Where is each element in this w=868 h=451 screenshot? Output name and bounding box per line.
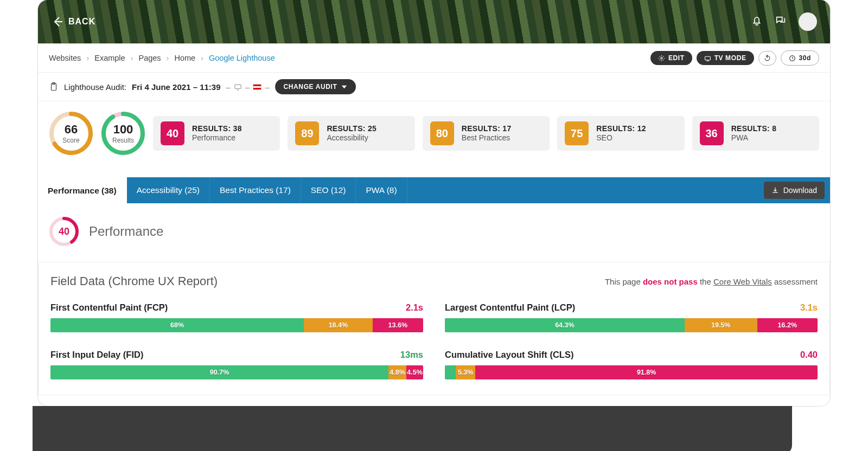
category-results: RESULTS: 38 (192, 124, 242, 134)
perf-score-value: 40 (49, 216, 79, 247)
period-button[interactable]: 30d (781, 50, 819, 66)
metric-value: 13ms (400, 350, 423, 360)
change-audit-button[interactable]: CHANGE AUDIT (275, 79, 356, 94)
bar-segment: 16.2% (757, 318, 818, 332)
crumb-lighthouse[interactable]: Google Lighthouse (209, 54, 275, 62)
category-name: SEO (596, 133, 646, 143)
bar-segment: 90.7% (50, 365, 388, 379)
distribution-bar: 68%18.4%13.6% (50, 318, 423, 332)
clock-icon (789, 55, 796, 62)
bar-segment: 4.5% (406, 365, 423, 379)
tabs-container: Performance (38)Accessibility (25)Best P… (38, 177, 830, 395)
tv-icon (704, 55, 711, 62)
distribution-bar: 64.3%19.5%16.2% (445, 318, 818, 332)
field-data-section: Field Data (Chrome UX Report) This page … (38, 262, 830, 395)
bar-segment: 13.6% (373, 318, 423, 332)
audit-date: Fri 4 June 2021 – 11:39 (132, 82, 220, 92)
chat-button[interactable] (775, 15, 787, 29)
decorative-shadow (33, 406, 792, 451)
category-cards: 40 RESULTS: 38 Performance 89 RESULTS: 2… (153, 116, 819, 151)
category-card[interactable]: 89 RESULTS: 25 Accessibility (288, 116, 414, 151)
perf-score-ring: 40 (49, 216, 79, 247)
tab[interactable]: PWA (8) (356, 177, 407, 203)
hero-actions (751, 12, 817, 31)
category-card[interactable]: 36 RESULTS: 8 PWA (692, 116, 819, 151)
breadcrumb: Websites› Example› Pages› Home› Google L… (49, 54, 275, 62)
score-label: Score (62, 137, 79, 144)
distribution-bar: 5.3%91.8% (445, 365, 818, 379)
bar-segment: 91.8% (475, 365, 818, 379)
bell-button[interactable] (751, 15, 763, 29)
metric-value: 0.40 (800, 350, 818, 360)
caret-down-icon (341, 84, 347, 90)
category-results: RESULTS: 12 (596, 124, 646, 134)
category-results: RESULTS: 8 (731, 124, 777, 134)
category-score: 36 (700, 121, 724, 145)
crumb-websites[interactable]: Websites (49, 54, 81, 62)
metric-value: 3.1s (800, 302, 818, 313)
bell-icon (751, 15, 763, 27)
tv-mode-button[interactable]: TV MODE (697, 51, 754, 65)
download-button[interactable]: Download (764, 182, 825, 199)
bar-segment (445, 365, 456, 379)
back-label: BACK (68, 17, 95, 27)
chat-icon (775, 15, 787, 27)
avatar[interactable] (799, 12, 817, 31)
bar-segment: 64.3% (445, 318, 685, 332)
performance-header: 40 Performance (38, 203, 830, 262)
category-card[interactable]: 80 RESULTS: 17 Best Practices (423, 116, 550, 151)
tv-label: TV MODE (714, 54, 746, 62)
edit-button[interactable]: EDIT (650, 51, 692, 65)
crumb-example[interactable]: Example (94, 54, 125, 62)
crumb-home[interactable]: Home (174, 54, 195, 62)
bar-segment: 19.5% (685, 318, 757, 332)
category-card[interactable]: 75 RESULTS: 12 SEO (557, 116, 684, 151)
tab[interactable]: Best Practices (17) (210, 177, 301, 203)
category-results: RESULTS: 25 (327, 124, 376, 134)
results-label: Results (112, 137, 134, 144)
back-button[interactable]: BACK (51, 15, 95, 28)
tabs: Performance (38)Accessibility (25)Best P… (38, 177, 830, 203)
edit-label: EDIT (668, 54, 685, 62)
crumb-pages[interactable]: Pages (138, 54, 161, 62)
category-name: Performance (192, 133, 242, 143)
metric-name: Cumulative Layout Shift (CLS) (445, 350, 573, 360)
section-header: Field Data (Chrome UX Report) This page … (50, 274, 818, 288)
download-icon (771, 186, 779, 194)
score-ring: 66Score (49, 111, 93, 156)
audit-bar: Lighthouse Audit: Fri 4 June 2021 – 11:3… (38, 72, 830, 101)
metric: Cumulative Layout Shift (CLS) 0.40 5.3%9… (445, 350, 818, 379)
score-value: 66 (65, 123, 78, 137)
tab[interactable]: Accessibility (25) (127, 177, 210, 203)
metric-name: First Contentful Paint (FCP) (50, 302, 168, 313)
field-title: Field Data (Chrome UX Report) (50, 274, 218, 288)
desktop-icon (234, 83, 242, 91)
metric-value: 2.1s (406, 302, 423, 313)
top-actions: EDIT TV MODE 30d (650, 50, 819, 66)
gear-icon (658, 55, 665, 62)
category-name: Accessibility (327, 133, 376, 143)
tab[interactable]: SEO (12) (301, 177, 356, 203)
category-card[interactable]: 40 RESULTS: 38 Performance (153, 116, 280, 151)
svg-rect-1 (705, 56, 710, 60)
refresh-button[interactable] (758, 51, 776, 66)
cwv-assessment: This page does not pass the Core Web Vit… (605, 277, 818, 286)
metric: First Input Delay (FID) 13ms 90.7%4.8%4.… (50, 350, 423, 379)
cwv-link[interactable]: Core Web Vitals (713, 277, 772, 286)
change-audit-label: CHANGE AUDIT (284, 83, 337, 91)
hero-banner: BACK (38, 0, 830, 43)
svg-rect-5 (235, 85, 241, 89)
perf-title: Performance (89, 224, 163, 239)
category-name: PWA (731, 133, 777, 143)
refresh-icon (764, 55, 771, 62)
arrow-left-icon (51, 15, 64, 28)
distribution-bar: 90.7%4.8%4.5% (50, 365, 423, 379)
app-window: BACK Websites› Example› Pages› Home› Goo… (38, 0, 830, 406)
download-label: Download (783, 186, 817, 195)
metrics-grid: First Contentful Paint (FCP) 2.1s 68%18.… (50, 302, 818, 379)
bar-segment: 68% (50, 318, 304, 332)
metric: Largest Contentful Paint (LCP) 3.1s 64.3… (445, 302, 818, 332)
tab[interactable]: Performance (38) (38, 177, 127, 203)
bar-segment: 4.8% (388, 365, 406, 379)
category-score: 89 (295, 121, 319, 145)
